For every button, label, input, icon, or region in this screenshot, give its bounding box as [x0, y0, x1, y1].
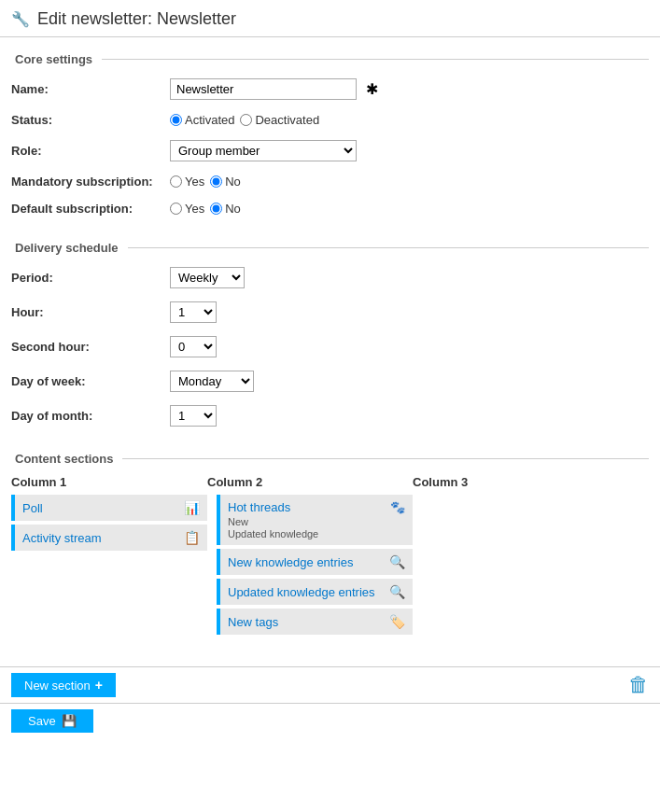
mandatory-no-label[interactable]: No: [210, 175, 241, 189]
default-yes-text: Yes: [185, 202, 204, 216]
status-deactivated-label[interactable]: Deactivated: [240, 113, 319, 127]
columns-header: Column 1 Column 2 Column 3: [11, 471, 649, 495]
content-sections-label: Content sections: [15, 452, 113, 466]
mandatory-no-text: No: [225, 175, 241, 189]
status-activated-radio[interactable]: [170, 114, 182, 126]
mandatory-yes-label[interactable]: Yes: [170, 175, 204, 189]
status-activated-text: Activated: [185, 113, 234, 127]
poll-link[interactable]: Poll: [22, 501, 43, 515]
default-no-radio[interactable]: [210, 203, 222, 215]
hot-threads-icon: 🐾: [390, 500, 405, 514]
save-button[interactable]: Save 💾: [11, 709, 93, 733]
content-sections-header: Content sections: [11, 446, 649, 471]
list-item[interactable]: New tags 🏷️: [217, 609, 413, 635]
name-input[interactable]: [170, 78, 357, 100]
role-control: Group member Administrator User: [170, 140, 649, 161]
status-control: Activated Deactivated: [170, 113, 649, 127]
core-settings-area: Core settings Name: ✱ Status: Activated …: [0, 43, 660, 231]
name-row: Name: ✱: [11, 72, 649, 106]
dow-select[interactable]: Monday Tuesday Wednesday Thursday Friday…: [170, 371, 254, 392]
dow-label: Day of week:: [11, 374, 170, 388]
status-row: Status: Activated Deactivated: [11, 106, 649, 133]
page-header: 🔧 Edit newsletter: Newsletter: [0, 0, 660, 36]
default-yes-label[interactable]: Yes: [170, 202, 204, 216]
hour-control: 1 2 3 4 5 6 12: [170, 301, 649, 323]
footer-bar: New section + 🗑: [0, 666, 660, 703]
col2-header: Column 2: [207, 475, 413, 489]
col3-header: Column 3: [413, 475, 649, 489]
content-sections-area: Content sections Column 1 Column 2 Colum…: [0, 442, 660, 648]
mandatory-yes-text: Yes: [185, 175, 204, 189]
mandatory-row: Mandatory subscription: Yes No: [11, 168, 649, 195]
columns-area: Poll 📊 Activity stream 📋 Hot threads New…: [11, 495, 649, 638]
default-yes-radio[interactable]: [170, 203, 182, 215]
updated-knowledge-link[interactable]: Updated knowledge entries: [228, 585, 375, 599]
new-knowledge-link[interactable]: New knowledge entries: [228, 555, 353, 569]
period-row: Period: Weekly Daily Monthly: [11, 260, 649, 295]
delivery-section: Delivery schedule Period: Weekly Daily M…: [0, 231, 660, 442]
activity-stream-icon: 📋: [184, 530, 200, 545]
second-hour-select[interactable]: 0 1 2: [170, 336, 217, 357]
save-bar: Save 💾: [0, 703, 660, 738]
status-label: Status:: [11, 113, 170, 127]
mandatory-no-radio[interactable]: [210, 175, 222, 188]
hot-threads-sub-updated: Updated knowledge: [228, 528, 318, 539]
list-item[interactable]: Updated knowledge entries 🔍: [217, 579, 413, 605]
column-1: Poll 📊 Activity stream 📋: [11, 495, 207, 554]
delivery-label: Delivery schedule: [15, 241, 119, 255]
period-select[interactable]: Weekly Daily Monthly: [170, 267, 245, 288]
status-activated-label[interactable]: Activated: [170, 113, 234, 127]
plus-icon: +: [95, 678, 103, 693]
mandatory-yes-radio[interactable]: [170, 175, 182, 188]
default-label: Default subscription:: [11, 202, 170, 216]
status-deactivated-text: Deactivated: [255, 113, 319, 127]
dow-row: Day of week: Monday Tuesday Wednesday Th…: [11, 364, 649, 399]
new-tags-icon: 🏷️: [389, 614, 405, 629]
activity-stream-link[interactable]: Activity stream: [22, 531, 102, 545]
save-icon: 💾: [62, 714, 77, 728]
list-item[interactable]: New knowledge entries 🔍: [217, 549, 413, 575]
hour-select[interactable]: 1 2 3 4 5 6 12: [170, 301, 217, 323]
hot-threads-header: Hot threads New Updated knowledge 🐾: [228, 500, 405, 539]
column-2: Hot threads New Updated knowledge 🐾 New …: [217, 495, 413, 638]
hour-row: Hour: 1 2 3 4 5 6 12: [11, 295, 649, 329]
default-no-text: No: [225, 202, 241, 216]
period-label: Period:: [11, 271, 170, 285]
mandatory-label: Mandatory subscription:: [11, 175, 170, 189]
hot-threads-content: Hot threads New Updated knowledge: [228, 500, 318, 539]
new-knowledge-icon: 🔍: [389, 554, 405, 569]
hot-threads-link[interactable]: Hot threads: [228, 500, 318, 514]
required-star: ✱: [366, 80, 378, 98]
mandatory-control: Yes No: [170, 175, 649, 189]
core-settings-header: Core settings: [11, 47, 649, 72]
dom-row: Day of month: 1 2 3 15 28: [11, 399, 649, 433]
name-control: ✱: [170, 78, 649, 100]
list-item[interactable]: Hot threads New Updated knowledge 🐾: [217, 495, 413, 545]
save-label: Save: [28, 714, 56, 728]
trash-icon: 🗑: [628, 673, 649, 696]
list-item[interactable]: Poll 📊: [11, 495, 207, 521]
new-section-button[interactable]: New section +: [11, 673, 116, 697]
role-row: Role: Group member Administrator User: [11, 133, 649, 168]
default-row: Default subscription: Yes No: [11, 195, 649, 222]
role-select[interactable]: Group member Administrator User: [170, 140, 357, 161]
period-control: Weekly Daily Monthly: [170, 267, 649, 288]
wrench-icon: 🔧: [11, 10, 30, 28]
hot-threads-sub-new: New: [228, 516, 318, 527]
delete-button[interactable]: 🗑: [628, 673, 649, 697]
name-label: Name:: [11, 82, 170, 96]
dow-control: Monday Tuesday Wednesday Thursday Friday…: [170, 371, 649, 392]
dom-control: 1 2 3 15 28: [170, 405, 649, 427]
role-label: Role:: [11, 144, 170, 158]
default-no-label[interactable]: No: [210, 202, 241, 216]
page-title: Edit newsletter: Newsletter: [37, 9, 236, 29]
list-item[interactable]: Activity stream 📋: [11, 525, 207, 551]
new-tags-link[interactable]: New tags: [228, 615, 278, 629]
updated-knowledge-icon: 🔍: [389, 584, 405, 599]
dom-label: Day of month:: [11, 409, 170, 423]
second-hour-label: Second hour:: [11, 340, 170, 354]
status-deactivated-radio[interactable]: [240, 114, 252, 126]
core-settings-label: Core settings: [15, 52, 92, 66]
dom-select[interactable]: 1 2 3 15 28: [170, 405, 217, 427]
default-control: Yes No: [170, 202, 649, 216]
